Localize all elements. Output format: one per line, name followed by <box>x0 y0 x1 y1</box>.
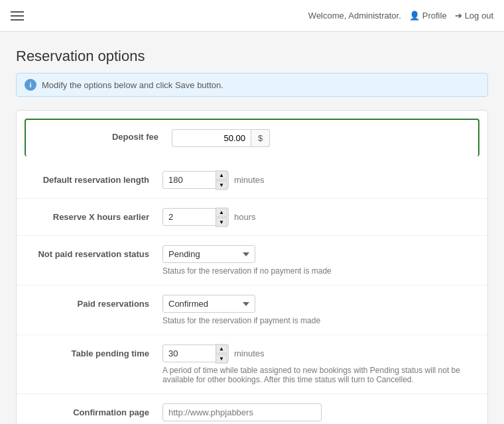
header-right: Welcome, Administrator. 👤 Profile ➔ Log … <box>308 11 493 21</box>
confirmation-page-row: Confirmation page URL for the web page w… <box>17 394 487 424</box>
not-paid-status-select[interactable]: Pending Confirmed Cancelled <box>162 245 255 263</box>
table-pending-time-label: Table pending time <box>30 344 162 358</box>
confirmation-page-input[interactable] <box>162 403 322 421</box>
reserve-hours-down[interactable]: ▼ <box>216 217 227 227</box>
info-text: Modify the options below and click Save … <box>42 80 223 90</box>
paid-reservations-control: Pending Confirmed Cancelled Status for t… <box>162 295 474 325</box>
reserve-hours-unit: hours <box>234 212 256 222</box>
deposit-fee-input-group: $ <box>172 129 465 147</box>
reserve-hours-up[interactable]: ▲ <box>216 207 227 217</box>
info-icon: i <box>25 79 36 91</box>
deposit-fee-label: Deposit fee <box>39 129 172 142</box>
page-content: Reservation options i Modify the options… <box>0 32 504 424</box>
table-pending-time-up[interactable]: ▲ <box>216 344 227 353</box>
confirmation-page-control: URL for the web page where your clients … <box>162 403 474 424</box>
logout-icon: ➔ <box>455 11 462 21</box>
logout-label: Log out <box>465 11 493 21</box>
hamburger-menu[interactable] <box>11 11 24 21</box>
reservation-length-row: Default reservation length ▲ ▼ minutes <box>17 162 487 199</box>
reserve-hours-arrows: ▲ ▼ <box>216 207 227 227</box>
paid-reservations-label: Paid reservations <box>30 295 162 309</box>
not-paid-status-label: Not paid reservation status <box>30 245 162 259</box>
reservation-length-unit: minutes <box>234 175 265 185</box>
table-pending-time-spinner: ▲ ▼ <box>162 344 229 362</box>
deposit-fee-control: $ <box>172 129 465 147</box>
page-title: Reservation options <box>16 48 488 65</box>
deposit-fee-input[interactable] <box>172 129 251 147</box>
info-bar: i Modify the options below and click Sav… <box>16 73 488 97</box>
reservation-length-control: ▲ ▼ minutes <box>162 171 474 189</box>
reserve-hours-label: Reserve X hours earlier <box>30 208 162 222</box>
form-card: Deposit fee $ Default reservation length… <box>16 110 488 424</box>
table-pending-time-unit: minutes <box>234 348 265 358</box>
currency-symbol: $ <box>251 129 270 147</box>
table-pending-time-input-group: ▲ ▼ minutes <box>162 344 474 362</box>
not-paid-status-row: Not paid reservation status Pending Conf… <box>17 236 487 286</box>
table-pending-time-down[interactable]: ▼ <box>216 354 227 363</box>
reserve-hours-spinner: ▲ ▼ <box>162 208 229 226</box>
table-pending-time-control: ▲ ▼ minutes A period of time while table… <box>162 344 474 384</box>
logout-link[interactable]: ➔ Log out <box>455 11 493 21</box>
reserve-hours-input-group: ▲ ▼ hours <box>162 208 474 226</box>
reservation-length-down[interactable]: ▼ <box>216 180 227 189</box>
reservation-length-label: Default reservation length <box>30 171 162 185</box>
not-paid-status-hint: Status for the reservation if no payment… <box>162 266 474 276</box>
deposit-fee-row: Deposit fee $ <box>25 119 479 156</box>
reservation-length-up[interactable]: ▲ <box>216 170 227 180</box>
reservation-length-arrows: ▲ ▼ <box>216 170 227 189</box>
header-left <box>11 11 24 21</box>
reservation-length-input-group: ▲ ▼ minutes <box>162 171 474 189</box>
paid-reservations-select[interactable]: Pending Confirmed Cancelled <box>162 295 255 313</box>
profile-link[interactable]: 👤 Profile <box>409 11 447 21</box>
table-pending-time-arrows: ▲ ▼ <box>216 344 227 363</box>
user-icon: 👤 <box>409 11 420 21</box>
paid-reservations-hint: Status for the reservation if payment is… <box>162 316 474 325</box>
reservation-length-spinner: ▲ ▼ <box>162 171 229 189</box>
not-paid-status-control: Pending Confirmed Cancelled Status for t… <box>162 245 474 276</box>
table-pending-time-row: Table pending time ▲ ▼ minutes A period … <box>17 335 487 394</box>
reserve-hours-row: Reserve X hours earlier ▲ ▼ hours <box>17 199 487 236</box>
confirmation-page-label: Confirmation page <box>30 403 162 417</box>
paid-reservations-row: Paid reservations Pending Confirmed Canc… <box>17 286 487 335</box>
header: Welcome, Administrator. 👤 Profile ➔ Log … <box>0 0 504 32</box>
profile-label: Profile <box>422 11 447 21</box>
welcome-text: Welcome, Administrator. <box>308 11 401 21</box>
reserve-hours-control: ▲ ▼ hours <box>162 208 474 226</box>
table-pending-time-hint: A period of time while table assigned to… <box>162 366 474 384</box>
